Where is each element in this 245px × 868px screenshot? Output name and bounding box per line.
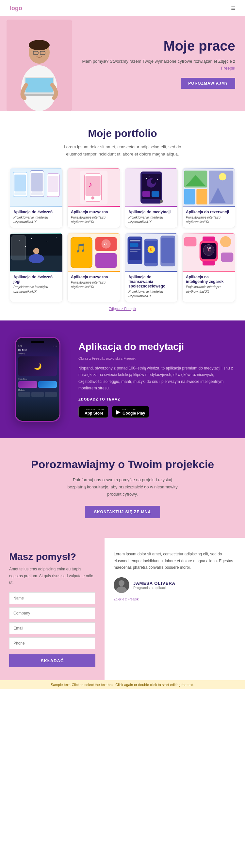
svg-text:🎵: 🎵 — [75, 243, 86, 253]
menu-icon[interactable]: ≡ — [231, 4, 235, 12]
svg-rect-71 — [130, 243, 138, 247]
meditation-section: 9:41 ●●● Hi, Eve! Sleeping 🌙 Quick Sleep… — [0, 320, 245, 438]
portfolio-title: Moje portfolio — [10, 127, 235, 140]
hero-section: Moje prace Mam pomysł? Stwórzmy razem Tw… — [0, 16, 245, 111]
contact-title: Porozmawiajmy o Twoim projekcie — [10, 458, 235, 471]
portfolio-description: Lorem ipsum dolor sit amet, consectetur … — [60, 144, 185, 158]
portfolio-item-2[interactable]: ♪ Aplikacja muzyczna Projektowanie inter… — [67, 167, 120, 228]
svg-point-50 — [56, 237, 57, 238]
portfolio-sub-7: Projektowanie interfejsu użytkownika/UX — [128, 289, 174, 299]
phone-input[interactable] — [9, 638, 95, 649]
portfolio-name-6: Aplikacja muzyczna — [71, 275, 117, 279]
meditation-description: Nispand, stworzony z ponad 100-letnią wi… — [79, 365, 235, 392]
author-avatar — [114, 577, 129, 593]
svg-text:♪: ♪ — [89, 180, 92, 188]
svg-rect-54 — [12, 236, 26, 260]
svg-point-53 — [28, 254, 44, 263]
svg-point-49 — [47, 241, 48, 242]
portfolio-sub-2: Projektowanie interfejsu użytkownika/UX — [71, 215, 117, 224]
googleplay-sub: GET IT ON — [123, 408, 145, 411]
appstore-button[interactable]: Download on the App Store — [79, 406, 109, 418]
portfolio-item-1[interactable]: Aplikacja do ćwiczeń Projektowanie inter… — [10, 167, 63, 228]
hero-description: Mam pomysł? Stwórzmy razem Twoje wymarzo… — [79, 58, 235, 72]
name-input[interactable] — [9, 592, 95, 604]
portfolio-name-3: Aplikacja do medytacji — [128, 210, 174, 214]
appstore-main: App Store — [85, 411, 104, 415]
svg-point-87 — [119, 580, 124, 586]
svg-point-3 — [29, 40, 50, 50]
svg-point-48 — [31, 238, 32, 239]
contact-section: Porozmawiajmy o Twoim projekcie Poinform… — [0, 438, 245, 538]
phone-notch — [31, 341, 44, 343]
portfolio-name-4: Aplikacja do rezerwacji — [186, 210, 232, 214]
testimonial-text: Lorem ipsum dolor sit amet, consectetur … — [114, 551, 236, 571]
meditation-credit: Obraz z Freepik, przyciski z Freepik — [79, 356, 235, 360]
googleplay-main: Google Play — [123, 411, 145, 415]
bottom-section: Masz pomysł? Amet tellus cras adipiscing… — [0, 538, 245, 680]
svg-rect-72 — [130, 249, 141, 250]
testimonial-credit[interactable]: Zdjęcie z Freepik — [114, 597, 236, 601]
portfolio-item-3[interactable]: Aplikacja do medytacji Projektowanie int… — [125, 167, 178, 228]
svg-rect-73 — [130, 251, 137, 252]
form-submit-button[interactable]: SKŁADAĆ — [9, 654, 95, 667]
contact-description: Poinformuj nas o swoim pomyśle na projek… — [67, 476, 178, 498]
portfolio-name-1: Aplikacja do ćwiczeń — [13, 210, 59, 214]
phone-greeting: Hi, Eve! — [18, 349, 57, 351]
freepik-link[interactable]: Freepik — [221, 66, 235, 70]
portfolio-name-5: Aplikacja do ćwiczeń jogi — [13, 275, 59, 284]
freepik-link-2[interactable]: Freepik — [123, 356, 135, 360]
portfolio-item-7[interactable]: $ Aplikacja do finansowania społeczności… — [125, 232, 178, 302]
svg-rect-83 — [184, 237, 197, 246]
svg-point-85 — [220, 236, 231, 247]
googleplay-button[interactable]: ▶ GET IT ON Google Play — [112, 406, 149, 418]
portfolio-grid-bottom: Aplikacja do ćwiczeń jogi Projektowanie … — [10, 232, 235, 302]
logo: logo — [10, 5, 22, 12]
email-input[interactable] — [9, 622, 95, 634]
svg-point-31 — [157, 179, 158, 180]
portfolio-section: Moje portfolio Lorem ipsum dolor sit ame… — [0, 111, 245, 320]
svg-rect-16 — [31, 192, 43, 195]
company-input[interactable] — [9, 607, 95, 619]
svg-rect-84 — [221, 252, 234, 262]
portfolio-sub-4: Projektowanie interfejsu użytkownika/UX — [186, 215, 232, 224]
portfolio-name-8: Aplikacja na inteligentny zegarek — [186, 275, 232, 284]
svg-rect-12 — [14, 175, 26, 192]
svg-point-35 — [160, 200, 163, 203]
meditation-phone: 9:41 ●●● Hi, Eve! Sleeping 🌙 Quick Sleep… — [10, 337, 65, 422]
svg-rect-38 — [184, 189, 195, 205]
meditation-cta: ZDOBĄDŹ TO TERAZ — [79, 397, 235, 401]
hero-title: Moje prace — [79, 38, 235, 54]
svg-rect-59 — [95, 253, 117, 268]
bottom-right: Lorem ipsum dolor sit amet, consectetur … — [104, 538, 245, 680]
portfolio-item-8[interactable]: 9:41 Aplikacja na inteligentny zegarek P… — [182, 232, 235, 302]
portfolio-credit[interactable]: Zdjęcia z Freepik — [10, 307, 235, 311]
svg-rect-22 — [86, 176, 101, 196]
portfolio-grid-top: Aplikacja do ćwiczeń Projektowanie inter… — [10, 167, 235, 228]
hero-cta-button[interactable]: POROZMAWIAJMY — [181, 78, 235, 89]
phone-mockup: 9:41 ●●● Hi, Eve! Sleeping 🌙 Quick Sleep… — [15, 337, 60, 422]
svg-rect-33 — [143, 191, 150, 197]
portfolio-sub-5: Projektowanie interfejsu użytkownika/UX — [13, 285, 59, 294]
svg-point-52 — [33, 248, 39, 254]
portfolio-item-6[interactable]: 🎵 ♫ Aplikacja muzyczna Projektowanie int… — [67, 232, 120, 302]
svg-rect-9 — [21, 94, 57, 96]
portfolio-name-2: Aplikacja muzyczna — [71, 210, 117, 214]
svg-point-32 — [149, 177, 149, 177]
play-icon: ▶ — [116, 408, 121, 415]
appstore-sub: Download on the — [85, 408, 104, 411]
store-buttons: Download on the App Store ▶ GET IT ON Go… — [79, 406, 235, 418]
portfolio-item-4[interactable]: Aplikacja do rezerwacji Projektowanie in… — [182, 167, 235, 228]
portfolio-name-7: Aplikacja do finansowania społecznościow… — [128, 275, 174, 288]
phone-moon: 🌙 — [18, 356, 57, 376]
contact-cta-button[interactable]: SKONTAKTUJ SIĘ ZE MNĄ — [85, 506, 160, 518]
svg-rect-18 — [48, 176, 59, 192]
portfolio-item-5[interactable]: Aplikacja do ćwiczeń jogi Projektowanie … — [10, 232, 63, 302]
svg-rect-69 — [161, 238, 175, 263]
svg-point-23 — [91, 196, 94, 199]
svg-rect-70 — [130, 241, 141, 242]
svg-rect-34 — [152, 191, 159, 197]
author-name: JAMESA OLIVERA — [133, 581, 176, 586]
contact-form: SKŁADAĆ — [9, 592, 95, 667]
meditation-content: Aplikacja do medytacji Obraz z Freepik, … — [79, 341, 235, 418]
bottom-left-description: Amet tellus cras adipiscing enim eu turp… — [9, 566, 95, 586]
